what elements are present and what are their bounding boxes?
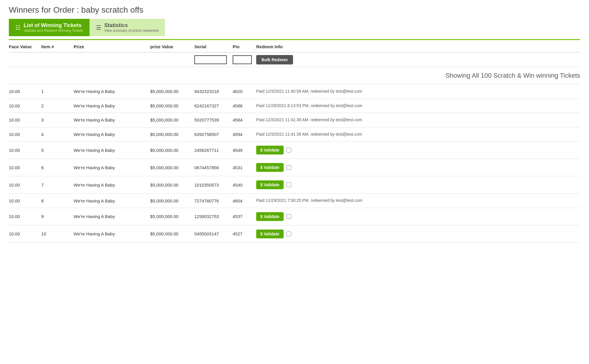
pin-number: 4604	[233, 198, 256, 203]
tab-stats-label: Statistics	[104, 22, 159, 29]
table-row: 10.00 7 We're Having A Baby $5,000,000.0…	[9, 176, 580, 194]
face-value: 10.00	[9, 148, 41, 153]
validate-button[interactable]: $ Validate	[256, 212, 284, 221]
item-number: 3	[41, 117, 74, 122]
col-pin: Pin	[233, 44, 256, 49]
prize-name: We're Having A Baby	[74, 165, 150, 170]
prize-value: $5,000,000.00	[150, 214, 194, 219]
pin-number: 4527	[233, 231, 256, 236]
tab-list[interactable]: ☷ List of Winning Tickets Validate and R…	[9, 19, 90, 36]
table-row: 10.00 2 We're Having A Baby $5,000,000.0…	[9, 99, 580, 113]
face-value: 10.00	[9, 132, 41, 137]
col-item-num: Item #	[41, 44, 74, 49]
face-value: 10.00	[9, 198, 41, 203]
serial-number: 1010350573	[194, 182, 233, 187]
serial-number: 7274760776	[194, 198, 233, 203]
validate-checkbox[interactable]	[287, 148, 291, 152]
prize-name: We're Having A Baby	[74, 198, 150, 203]
table-row: 10.00 10 We're Having A Baby $5,000,000.…	[9, 225, 580, 243]
pin-number: 4531	[233, 165, 256, 170]
prize-name: We're Having A Baby	[74, 148, 150, 153]
item-number: 2	[41, 103, 74, 108]
bulk-redeem-button[interactable]: Bulk Redeem	[256, 55, 293, 64]
showing-text: Showing All 100 Scratch & Win winning Ti…	[446, 72, 580, 79]
serial-filter-input[interactable]	[194, 55, 227, 64]
redeem-info-text: Paid 12/3/2021 11:40:59 AM. redeemed by …	[256, 89, 580, 94]
serial-number: 9432323218	[194, 89, 233, 94]
prize-name: We're Having A Baby	[74, 214, 150, 219]
pin-number: 4537	[233, 214, 256, 219]
prize-name: We're Having A Baby	[74, 132, 150, 137]
validate-button[interactable]: $ Validate	[256, 146, 284, 154]
main-content: Face Value Item # Prize prize Value Seri…	[0, 40, 589, 243]
tab-list-subtitle: Validate and Redeem Winning Tickets	[24, 29, 83, 33]
tab-statistics[interactable]: ☰ Statistics View summary of prizes rede…	[90, 19, 165, 36]
prize-value: $5,000,000.00	[150, 89, 194, 94]
table-row: 10.00 9 We're Having A Baby $5,000,000.0…	[9, 208, 580, 225]
validate-button[interactable]: $ Validate	[256, 163, 284, 172]
serial-number: 6242167327	[194, 103, 233, 108]
validate-cell: $ Validate	[256, 180, 580, 189]
pin-number: 4584	[233, 117, 256, 122]
item-number: 10	[41, 231, 74, 236]
serial-number: 6392758507	[194, 132, 233, 137]
table-row: 10.00 6 We're Having A Baby $5,000,000.0…	[9, 159, 580, 176]
serial-number: 1250032753	[194, 214, 233, 219]
prize-value: $5,000,000.00	[150, 182, 194, 187]
pin-number: 4594	[233, 132, 256, 137]
prize-name: We're Having A Baby	[74, 117, 150, 122]
filter-row: Bulk Redeem	[9, 53, 580, 67]
pin-filter-input[interactable]	[233, 55, 252, 64]
item-number: 1	[41, 89, 74, 94]
validate-cell: $ Validate	[256, 212, 580, 221]
showing-row: Showing All 100 Scratch & Win winning Ti…	[9, 67, 580, 84]
redeem-info-text: Paid 11/29/2021 8:13:53 PM. redeemed by …	[256, 103, 580, 109]
item-number: 9	[41, 214, 74, 219]
col-serial: Serial	[194, 44, 233, 49]
page-title: Winners for Order : baby scratch offs	[9, 5, 580, 15]
item-number: 6	[41, 165, 74, 170]
prize-name: We're Having A Baby	[74, 103, 150, 108]
pin-number: 4588	[233, 103, 256, 108]
face-value: 10.00	[9, 165, 41, 170]
pin-number: 4540	[233, 182, 256, 187]
col-redeem-info: Redeem Info	[256, 44, 580, 49]
tabs-container: ☷ List of Winning Tickets Validate and R…	[9, 19, 580, 36]
serial-number: 5020777539	[194, 117, 233, 122]
prize-value: $5,000,000.00	[150, 132, 194, 137]
table-row: 10.00 1 We're Having A Baby $5,000,000.0…	[9, 84, 580, 99]
prize-value: $5,000,000.00	[150, 103, 194, 108]
face-value: 10.00	[9, 89, 41, 94]
prize-value: $5,000,000.00	[150, 231, 194, 236]
redeem-info-text: Paid 12/3/2021 11:41:39 AM. redeemed by …	[256, 117, 580, 123]
table-row: 10.00 4 We're Having A Baby $5,000,000.0…	[9, 127, 580, 142]
prize-name: We're Having A Baby	[74, 182, 150, 187]
validate-cell: $ Validate	[256, 146, 580, 154]
face-value: 10.00	[9, 182, 41, 187]
database-icon: ☰	[96, 24, 101, 31]
table-row: 10.00 5 We're Having A Baby $5,000,000.0…	[9, 142, 580, 159]
validate-button[interactable]: $ Validate	[256, 230, 284, 238]
face-value: 10.00	[9, 214, 41, 219]
validate-button[interactable]: $ Validate	[256, 180, 284, 189]
col-face-value: Face Value	[9, 44, 41, 49]
prize-name: We're Having A Baby	[74, 89, 150, 94]
item-number: 5	[41, 148, 74, 153]
validate-checkbox[interactable]	[287, 214, 291, 219]
validate-cell: $ Validate	[256, 163, 580, 172]
table-body: 10.00 1 We're Having A Baby $5,000,000.0…	[9, 84, 580, 243]
validate-checkbox[interactable]	[287, 232, 291, 236]
item-number: 7	[41, 182, 74, 187]
page-header: Winners for Order : baby scratch offs ☷ …	[0, 0, 589, 39]
redeem-info-text: Paid 11/29/2021 7:50:25 PM. redeemed by …	[256, 198, 580, 204]
prize-value: $5,000,000.00	[150, 165, 194, 170]
grid-icon: ☷	[15, 24, 21, 31]
serial-number: 0674457856	[194, 165, 233, 170]
validate-checkbox[interactable]	[287, 165, 291, 170]
col-prize: Prize	[74, 44, 150, 49]
serial-number: 2456267711	[194, 148, 233, 153]
face-value: 10.00	[9, 231, 41, 236]
validate-cell: $ Validate	[256, 230, 580, 238]
validate-checkbox[interactable]	[287, 182, 291, 187]
tab-list-label: List of Winning Tickets	[24, 22, 83, 29]
